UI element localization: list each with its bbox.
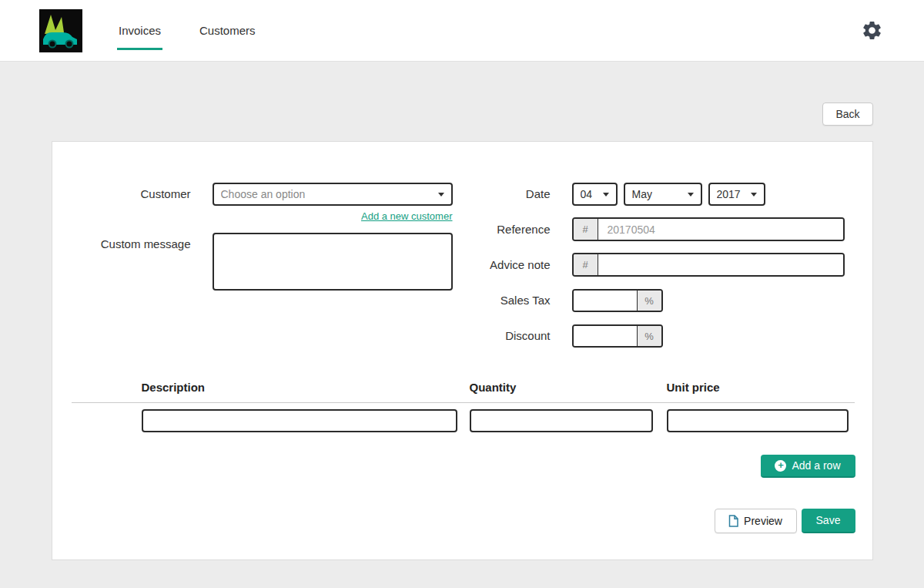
save-button[interactable]: Save — [802, 509, 855, 533]
navbar: Invoices Customers — [0, 0, 924, 62]
discount-input-group: % — [572, 324, 663, 348]
sales-tax-input[interactable] — [574, 291, 637, 311]
preview-button[interactable]: Preview — [715, 509, 797, 533]
hash-prefix: # — [574, 219, 598, 240]
invoice-form-card: Customer Choose an option Add a new cust… — [52, 141, 873, 560]
reference-input[interactable] — [598, 219, 843, 240]
tab-invoices[interactable]: Invoices — [117, 23, 162, 39]
table-divider — [72, 402, 855, 403]
add-row-label: Add a row — [792, 459, 840, 472]
sales-tax-label: Sales Tax — [412, 289, 551, 312]
advice-note-input[interactable] — [598, 254, 843, 275]
percent-suffix: % — [637, 326, 661, 346]
date-year-select[interactable]: 2017 — [708, 183, 765, 206]
chevron-down-icon — [751, 193, 757, 197]
discount-label: Discount — [412, 324, 551, 348]
plus-circle-icon: + — [775, 460, 786, 472]
nav-tabs: Invoices Customers — [117, 23, 257, 39]
header-description: Description — [142, 381, 206, 394]
header-quantity: Quantity — [470, 381, 517, 394]
chevron-down-icon — [603, 193, 609, 197]
hash-prefix: # — [574, 254, 598, 275]
reference-input-group: # — [572, 217, 845, 241]
advice-note-input-group: # — [572, 253, 845, 277]
date-month-select[interactable]: May — [624, 183, 702, 206]
app-logo[interactable] — [39, 9, 82, 52]
main-content: Back Customer Choose an option Add a new… — [52, 102, 873, 560]
sales-tax-input-group: % — [572, 289, 663, 312]
item-description-input[interactable] — [142, 409, 457, 432]
preview-label: Preview — [744, 515, 782, 527]
discount-input[interactable] — [574, 326, 637, 346]
back-button[interactable]: Back — [822, 102, 872, 126]
custom-message-label: Custom message — [52, 233, 191, 256]
item-quantity-input[interactable] — [470, 409, 653, 432]
chevron-down-icon — [688, 193, 694, 197]
add-row-button[interactable]: + Add a row — [761, 455, 855, 478]
settings-button[interactable] — [861, 19, 883, 42]
customer-label: Customer — [52, 183, 191, 206]
reference-label: Reference — [412, 217, 551, 241]
date-day-select[interactable]: 04 — [572, 183, 618, 206]
tab-customers[interactable]: Customers — [198, 23, 257, 39]
customer-select-value: Choose an option — [221, 188, 306, 200]
date-label: Date — [412, 183, 551, 206]
percent-suffix: % — [637, 291, 661, 311]
item-unit-price-input[interactable] — [667, 409, 849, 432]
document-icon — [728, 515, 738, 527]
gear-icon — [861, 19, 883, 42]
advice-note-label: Advice note — [412, 253, 551, 277]
header-unit-price: Unit price — [667, 381, 720, 394]
